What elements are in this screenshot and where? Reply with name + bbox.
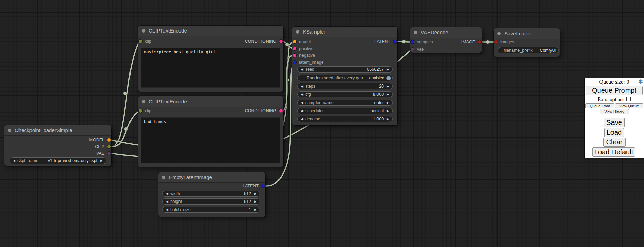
input-slot-dot-clip[interactable] [139,109,142,113]
output-slot-dot-conditioning[interactable] [279,109,283,113]
node-header[interactable]: KSampler [292,27,397,37]
collapse-dot-icon[interactable] [142,29,145,32]
node-ksampler[interactable]: KSamplermodelpositivenegativelatent_imag… [292,27,397,125]
collapse-dot-icon[interactable] [8,129,11,132]
node-empty-latent-image[interactable]: EmptyLatentImageLATENT◀width512▶◀height5… [158,172,265,217]
input-slot-dot-clip[interactable] [139,40,142,43]
widget-ckpt_name[interactable]: ◀ckpt_namev1-5-pruned-emaonly.ckpt▶ [10,157,106,164]
decrement-arrow-icon[interactable]: ◀ [300,101,304,104]
widget-steps[interactable]: ◀steps20▶ [297,83,393,89]
input-slot-dot-samples[interactable] [411,40,414,44]
node-header[interactable]: CLIPTextEncode [138,26,283,36]
increment-arrow-icon[interactable]: ▶ [386,93,390,96]
increment-arrow-icon[interactable]: ▶ [253,208,258,211]
input-slot-dot-vae[interactable] [411,48,414,51]
collapse-dot-icon[interactable] [414,31,417,34]
decrement-arrow-icon[interactable]: ◀ [300,118,304,121]
node-clip-text-encode-negative[interactable]: CLIPTextEncodeclipCONDITIONING [138,96,283,167]
widget-label: steps [305,84,315,89]
view-history-button[interactable]: View History [600,109,629,114]
decrement-arrow-icon[interactable]: ◀ [300,93,304,96]
widget-label: seed [305,67,314,72]
input-slot-dot-latent_image[interactable] [293,61,296,64]
widget-scheduler[interactable]: ◀schedulernormal▶ [297,108,393,114]
node-header[interactable]: CheckpointLoaderSimple [4,125,111,136]
decrement-arrow-icon[interactable]: ◀ [12,159,16,162]
widget-width[interactable]: ◀width512▶ [162,191,260,197]
toggle-on-circle[interactable] [386,76,391,80]
widget-denoise[interactable]: ◀denoise1.000▶ [297,116,393,122]
increment-arrow-icon[interactable]: ▶ [386,118,390,121]
increment-arrow-icon[interactable]: ▶ [253,192,258,195]
collapse-dot-icon[interactable] [142,100,145,103]
decrement-arrow-icon[interactable]: ◀ [165,208,169,211]
output-slot-dot-clip[interactable] [107,145,111,148]
load-button[interactable]: Load [604,128,624,137]
output-slot-dot-latent[interactable] [393,40,397,43]
link-midpoint-dot[interactable] [486,40,490,44]
prompt-textarea[interactable] [141,48,280,88]
input-slot-dot-negative[interactable] [293,54,296,57]
increment-arrow-icon[interactable]: ▶ [99,159,104,162]
increment-arrow-icon[interactable]: ▶ [386,109,390,113]
node-checkpoint-loader[interactable]: CheckpointLoaderSimpleMODELCLIPVAE◀ckpt_… [4,125,111,166]
widget-value: euler [374,100,384,105]
input-slot-dot-model[interactable] [293,40,296,43]
decrement-arrow-icon[interactable]: ◀ [300,68,304,71]
load-default-button[interactable]: Load Default [592,147,635,157]
increment-arrow-icon[interactable]: ▶ [253,200,258,203]
node-header[interactable]: CLIPTextEncode [138,96,283,107]
link-midpoint-dot[interactable] [402,40,406,44]
input-port-images: images [494,39,514,45]
decrement-arrow-icon[interactable]: ◀ [165,200,169,203]
input-port-label: model [299,39,311,44]
widget-seed[interactable]: ◀seed8566257▶ [297,66,393,73]
view-queue-button[interactable]: View Queue [615,103,643,108]
queue-front-button[interactable]: Queue Front [585,103,614,108]
settings-gear-icon[interactable]: ✽ [638,78,643,85]
widget-cfg[interactable]: ◀cfg8.000▶ [297,91,393,98]
output-slot-dot-vae[interactable] [107,152,111,155]
widget-sampler_name[interactable]: ◀sampler_nameeuler▶ [297,100,393,106]
increment-arrow-icon[interactable]: ▶ [386,85,390,88]
collapse-dot-icon[interactable] [162,176,165,179]
node-header[interactable]: SaveImage [494,28,560,39]
widget-label: Random seed after every gen [307,76,363,80]
output-slot-dot-latent[interactable] [261,184,265,188]
input-port-positive: positive [292,46,313,51]
node-save-image[interactable]: SaveImageimagesfilename_prefixComfyUI [494,28,560,57]
collapse-dot-icon[interactable] [497,32,501,35]
prompt-textarea[interactable] [141,117,280,163]
widget-batch_size[interactable]: ◀batch_size1▶ [162,207,260,213]
clear-button[interactable]: Clear [603,138,626,147]
widget-filename_prefix[interactable]: filename_prefixComfyUI [498,47,559,53]
output-slot-dot-conditioning[interactable] [279,40,283,43]
widget-value: v1-5-pruned-emaonly.ckpt [48,158,97,163]
node-header[interactable]: VAEDecode [410,27,482,38]
input-slot-dot-positive[interactable] [293,47,296,50]
extra-options-checkbox[interactable] [626,97,631,101]
node-vae-decode[interactable]: VAEDecodesamplesvaeIMAGE [410,27,482,53]
queue-prompt-button[interactable]: Queue Prompt [586,86,643,95]
input-port-samples: samples [410,39,433,45]
decrement-arrow-icon[interactable]: ◀ [165,192,169,195]
widget-height[interactable]: ◀height512▶ [162,198,260,205]
input-slot-dot-images[interactable] [494,40,498,44]
link-midpoint-dot[interactable] [123,92,127,95]
node-header[interactable]: EmptyLatentImage [158,172,265,183]
graph-canvas[interactable]: CheckpointLoaderSimpleMODELCLIPVAE◀ckpt_… [0,0,644,247]
decrement-arrow-icon[interactable]: ◀ [300,85,304,88]
link-midpoint-dot[interactable] [285,43,289,47]
output-slot-dot-model[interactable] [107,138,111,142]
widget-value: 8566257 [367,67,384,72]
widget-random-seed-after-every-gen[interactable]: Random seed after every genenabled [297,75,393,81]
save-button[interactable]: Save [604,118,625,127]
node-clip-text-encode-positive[interactable]: CLIPTextEncodeclipCONDITIONING [138,26,283,92]
output-slot-dot-image[interactable] [478,40,481,44]
increment-arrow-icon[interactable]: ▶ [386,101,390,104]
collapse-dot-icon[interactable] [296,30,299,34]
node-title: CLIPTextEncode [149,26,187,36]
increment-arrow-icon[interactable]: ▶ [386,68,390,71]
link-midpoint-dot[interactable] [124,127,128,131]
decrement-arrow-icon[interactable]: ◀ [300,109,304,113]
